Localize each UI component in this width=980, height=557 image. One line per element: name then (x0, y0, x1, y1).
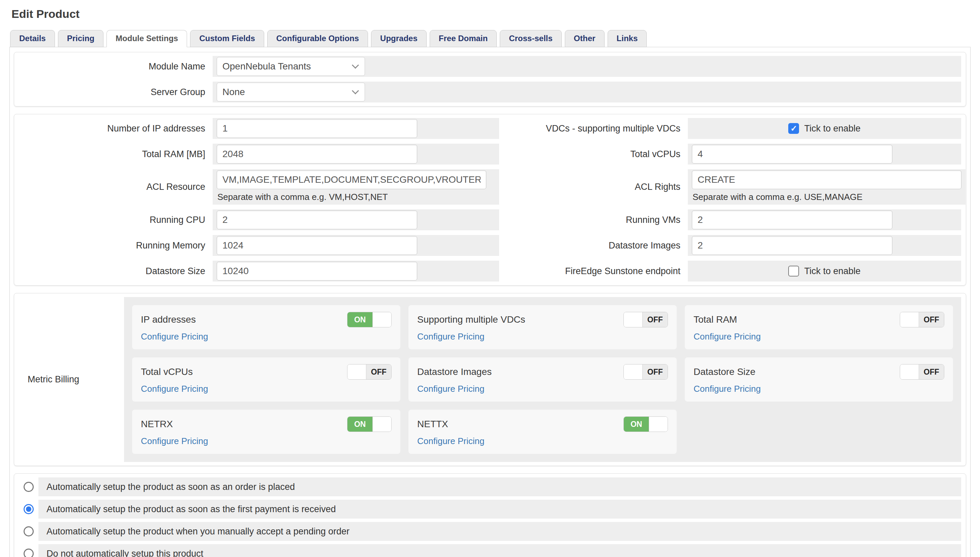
fireedge-checkbox-label: Tick to enable (804, 266, 860, 277)
setup-option-radio-manual-accept[interactable] (24, 526, 34, 536)
toggle-knob (649, 417, 668, 432)
metric-billing-label: Metric Billing (19, 297, 124, 462)
metric-card-total-ram: Total RAM OFF Configure Pricing (685, 305, 953, 349)
setup-option-radio-order-placed[interactable] (24, 482, 34, 492)
configure-pricing-link[interactable]: Configure Pricing (694, 384, 761, 394)
server-group-label: Server Group (19, 81, 213, 103)
configure-pricing-link[interactable]: Configure Pricing (417, 436, 484, 446)
num-ip-input[interactable] (217, 119, 417, 138)
configure-pricing-link[interactable]: Configure Pricing (141, 436, 208, 446)
running-cpu-input[interactable] (217, 210, 417, 229)
toggle-knob (373, 417, 391, 432)
setup-option-row: Do not automatically setup this product (19, 544, 961, 557)
configure-pricing-link[interactable]: Configure Pricing (694, 331, 761, 342)
running-vms-input[interactable] (692, 210, 892, 229)
page-title: Edit Product (0, 0, 980, 21)
acl-resource-input[interactable] (217, 170, 486, 189)
metric-card-title: Datastore Size (694, 366, 756, 377)
fireedge-checkbox[interactable] (788, 266, 799, 277)
metric-card-supporting-multiple-vdcs: Supporting multiple VDCs OFF Configure P… (408, 305, 677, 349)
datastore-size-input[interactable] (217, 262, 417, 280)
metric-card-title: NETTX (417, 419, 448, 430)
acl-rights-label: ACL Rights (499, 169, 688, 205)
total-vcpus-input[interactable] (692, 145, 892, 163)
fireedge-label: FireEdge Sunstone endpoint (499, 261, 688, 282)
toggle-knob (900, 365, 919, 379)
acl-rights-input[interactable] (692, 170, 962, 189)
tab-custom-fields[interactable]: Custom Fields (190, 30, 264, 47)
metric-card-ip-addresses: IP addresses ON Configure Pricing (132, 305, 400, 349)
module-name-select[interactable]: OpenNebula Tenants (217, 57, 365, 76)
vdcs-label: VDCs - supporting multiple VDCs (499, 118, 688, 139)
setup-options-panel: Automatically setup the product as soon … (14, 473, 966, 557)
metric-card-title: Supporting multiple VDCs (417, 314, 525, 325)
datastore-images-toggle[interactable]: OFF (624, 364, 668, 379)
fields-row-4: Running CPU Running VMs (19, 209, 961, 230)
vdcs-checkbox[interactable]: ✓ (788, 123, 799, 134)
setup-option-row: Automatically setup the product as soon … (19, 500, 961, 519)
metric-billing-panel: Metric Billing IP addresses ON Configure… (14, 293, 966, 466)
tab-cross-sells[interactable]: Cross-sells (500, 30, 561, 47)
setup-option-radio-no-auto-setup[interactable] (24, 549, 34, 557)
setup-option-label: Automatically setup the product as soon … (38, 477, 961, 496)
tab-module-settings[interactable]: Module Settings (107, 30, 187, 47)
fields-row-3: ACL Resource Separate with a comma e.g. … (19, 169, 961, 205)
metric-card-nettx: NETTX ON Configure Pricing (408, 410, 677, 454)
running-vms-label: Running VMs (499, 209, 688, 230)
configure-pricing-link[interactable]: Configure Pricing (141, 384, 208, 394)
supporting-vdcs-toggle[interactable]: OFF (624, 312, 668, 327)
toggle-knob (624, 312, 642, 327)
nettx-toggle[interactable]: ON (624, 416, 668, 432)
fields-row-2: Total RAM [MB] Total vCPUs (19, 143, 961, 164)
metric-card-title: Total RAM (694, 314, 737, 325)
running-memory-input[interactable] (217, 236, 417, 255)
running-cpu-label: Running CPU (19, 209, 213, 230)
configure-pricing-link[interactable]: Configure Pricing (417, 384, 484, 394)
configure-pricing-link[interactable]: Configure Pricing (417, 331, 484, 342)
ip-addresses-toggle[interactable]: ON (347, 312, 392, 327)
total-vcpus-toggle[interactable]: OFF (347, 364, 392, 379)
datastore-size-label: Datastore Size (19, 261, 213, 282)
total-ram-toggle[interactable]: OFF (900, 312, 944, 327)
setup-option-radio-first-payment[interactable] (24, 504, 34, 514)
server-group-selected-value: None (223, 87, 245, 98)
datastore-size-toggle[interactable]: OFF (900, 364, 944, 379)
tab-free-domain[interactable]: Free Domain (430, 30, 497, 47)
running-memory-label: Running Memory (19, 235, 213, 256)
module-settings-content: Module Name OpenNebula Tenants Server Gr… (10, 47, 970, 557)
setup-option-row: Automatically setup the product as soon … (19, 477, 961, 496)
netrx-toggle[interactable]: ON (347, 416, 392, 432)
tab-bar: Details Pricing Module Settings Custom F… (10, 30, 980, 47)
metric-card-netrx: NETRX ON Configure Pricing (132, 410, 400, 454)
acl-resource-help: Separate with a comma e.g. VM,HOST,NET (217, 192, 495, 202)
module-name-label: Module Name (19, 56, 213, 77)
acl-rights-help: Separate with a comma e.g. USE,MANAGE (692, 192, 962, 202)
metric-card-datastore-images: Datastore Images OFF Configure Pricing (408, 357, 677, 402)
module-name-selected-value: OpenNebula Tenants (223, 61, 311, 72)
module-selection-panel: Module Name OpenNebula Tenants Server Gr… (14, 52, 966, 107)
metric-card-title: Total vCPUs (141, 366, 193, 377)
fields-row-6: Datastore Size FireEdge Sunstone endpoin… (19, 261, 961, 282)
tab-pricing[interactable]: Pricing (58, 30, 104, 47)
setup-option-label: Do not automatically setup this product (38, 544, 961, 557)
datastore-images-input[interactable] (692, 236, 892, 255)
total-ram-label: Total RAM [MB] (19, 143, 213, 164)
server-group-select[interactable]: None (217, 83, 365, 101)
module-fields-panel: Number of IP addresses VDCs - supporting… (14, 114, 966, 286)
metric-card-empty (685, 410, 953, 454)
setup-option-label: Automatically setup the product as soon … (38, 500, 961, 519)
toggle-knob (900, 312, 919, 327)
metric-card-title: Datastore Images (417, 366, 492, 377)
toggle-knob (348, 365, 366, 379)
tab-details[interactable]: Details (10, 30, 55, 47)
tab-links[interactable]: Links (608, 30, 647, 47)
tab-configurable-options[interactable]: Configurable Options (267, 30, 368, 47)
tab-upgrades[interactable]: Upgrades (371, 30, 427, 47)
setup-option-label: Automatically setup the product when you… (38, 522, 961, 541)
edit-product-page: Edit Product Details Pricing Module Sett… (0, 0, 980, 557)
metric-card-title: NETRX (141, 419, 173, 430)
checkmark-icon: ✓ (790, 124, 797, 133)
tab-other[interactable]: Other (565, 30, 605, 47)
configure-pricing-link[interactable]: Configure Pricing (141, 331, 208, 342)
total-ram-input[interactable] (217, 145, 417, 163)
